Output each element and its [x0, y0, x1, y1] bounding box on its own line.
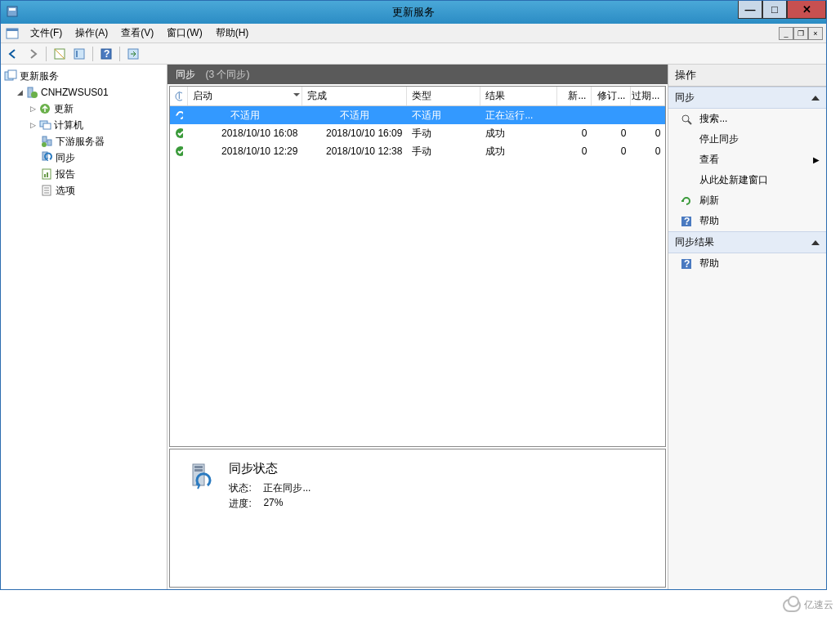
- action-search[interactable]: 搜索...: [668, 109, 826, 129]
- action-help-2[interactable]: ? 帮助: [668, 253, 826, 274]
- table-row[interactable]: 不适用 不适用 不适用 正在运行...: [170, 106, 665, 124]
- svg-text:?: ?: [684, 216, 690, 227]
- watermark: 亿速云: [783, 598, 833, 612]
- help-button[interactable]: ?: [97, 45, 115, 63]
- tree-node-label: 计算机: [54, 118, 83, 132]
- options-icon: [40, 184, 53, 197]
- svg-text:?: ?: [104, 48, 109, 60]
- center-header: 同步 (3 个同步): [168, 65, 668, 84]
- maximize-button[interactable]: □: [762, 1, 787, 19]
- action-refresh[interactable]: 刷新: [668, 190, 826, 211]
- center-count: (3 个同步): [205, 68, 249, 82]
- tree-root[interactable]: 更新服务: [2, 68, 165, 84]
- success-icon: [175, 127, 183, 139]
- reports-icon: [40, 168, 53, 181]
- tree-node-computers[interactable]: ▷ 计算机: [2, 117, 165, 133]
- col-revised[interactable]: 修订...: [592, 87, 631, 105]
- col-end[interactable]: 完成: [302, 87, 407, 105]
- sync-running-icon: [175, 110, 183, 121]
- svg-rect-3: [7, 29, 18, 31]
- tree-node-downstream[interactable]: 下游服务器: [2, 133, 165, 150]
- svg-text:?: ?: [684, 258, 690, 270]
- mdi-minimize-button[interactable]: _: [779, 27, 793, 40]
- progress-value: 27%: [263, 497, 283, 511]
- forward-button[interactable]: [24, 45, 42, 63]
- server-sync-icon: [185, 461, 217, 494]
- menu-help[interactable]: 帮助(H): [209, 24, 256, 42]
- col-start[interactable]: 启动: [188, 87, 302, 105]
- tree-node-updates[interactable]: ▷ 更新: [2, 101, 165, 117]
- tree-node-label: 下游服务器: [56, 135, 105, 149]
- window-controls: — □ ✕: [738, 1, 826, 19]
- toolbar-separator: [46, 47, 47, 61]
- menu-file[interactable]: 文件(F): [24, 24, 69, 42]
- tree-node-reports[interactable]: 报告: [2, 166, 165, 182]
- svg-rect-6: [76, 51, 78, 57]
- table-row[interactable]: 2018/10/10 16:08 2018/10/10 16:09 手动 成功 …: [170, 124, 665, 142]
- col-info[interactable]: i: [170, 87, 188, 105]
- menu-window[interactable]: 窗口(W): [160, 24, 208, 42]
- expander-icon[interactable]: ▷: [27, 119, 38, 131]
- grid-header: i 启动 完成 类型 结果 新... 修订... 过期...: [170, 87, 665, 106]
- search-icon: [680, 113, 693, 126]
- svg-rect-5: [74, 49, 84, 59]
- show-hide-tree-button[interactable]: [51, 45, 69, 63]
- svg-point-19: [42, 142, 47, 147]
- svg-rect-33: [194, 466, 203, 468]
- progress-label: 进度:: [229, 497, 263, 511]
- tree-node-label: 同步: [56, 151, 75, 165]
- svg-rect-34: [194, 469, 203, 472]
- expander-icon[interactable]: ◢: [14, 87, 25, 98]
- col-type[interactable]: 类型: [407, 87, 480, 105]
- svg-rect-11: [8, 70, 16, 78]
- svg-rect-16: [43, 123, 51, 129]
- svg-rect-23: [47, 172, 48, 177]
- menu-action[interactable]: 操作(A): [69, 24, 114, 42]
- actions-section-sync[interactable]: 同步: [668, 87, 826, 109]
- action-stop-sync[interactable]: 停止同步: [668, 129, 826, 150]
- svg-point-35: [682, 115, 689, 122]
- submenu-arrow-icon: ▶: [813, 155, 820, 164]
- action-new-window[interactable]: 从此处新建窗口: [668, 170, 826, 190]
- tree-node-sync[interactable]: 同步: [2, 150, 165, 166]
- close-button[interactable]: ✕: [787, 1, 826, 19]
- action-help[interactable]: ? 帮助: [668, 211, 826, 231]
- minimize-button[interactable]: —: [738, 1, 762, 19]
- col-new[interactable]: 新...: [557, 87, 592, 105]
- cloud-icon: [783, 599, 801, 612]
- svg-rect-1: [9, 8, 16, 11]
- info-icon: i: [175, 92, 182, 101]
- tree-server[interactable]: ◢ CNHZWSUS01: [2, 84, 165, 101]
- success-icon: [175, 145, 183, 157]
- help-icon: ?: [680, 215, 693, 228]
- blank-icon: [680, 133, 693, 146]
- main-area: 更新服务 ◢ CNHZWSUS01 ▷ 更新 ▷ 计算机 下游服务器: [1, 65, 826, 589]
- col-expired[interactable]: 过期...: [631, 87, 665, 105]
- tree-node-label: 更新: [54, 102, 74, 116]
- tree-node-options[interactable]: 选项: [2, 182, 165, 199]
- detail-pane: 同步状态 状态: 正在同步... 进度: 27%: [169, 449, 666, 588]
- actions-section-sync-result[interactable]: 同步结果: [668, 231, 826, 253]
- collapse-icon: [811, 240, 820, 245]
- mdi-close-button[interactable]: ×: [808, 27, 823, 40]
- expander-icon[interactable]: ▷: [27, 103, 38, 114]
- back-button[interactable]: [4, 45, 22, 63]
- menu-view[interactable]: 查看(V): [114, 24, 160, 42]
- app-window: 更新服务 — □ ✕ 文件(F) 操作(A) 查看(V) 窗口(W) 帮助(H)…: [0, 0, 827, 590]
- mdi-restore-button[interactable]: ❐: [793, 27, 808, 40]
- tree-pane: 更新服务 ◢ CNHZWSUS01 ▷ 更新 ▷ 计算机 下游服务器: [1, 65, 168, 589]
- computers-icon: [38, 118, 51, 132]
- detail-text: 同步状态 状态: 正在同步... 进度: 27%: [229, 461, 311, 575]
- blank-icon: [680, 154, 693, 167]
- properties-button[interactable]: [70, 45, 88, 63]
- center-pane: 同步 (3 个同步) i 启动 完成 类型 结果 新... 修订... 过期..…: [168, 65, 668, 589]
- action-view[interactable]: 查看 ▶: [668, 150, 826, 170]
- sync-toolbar-button[interactable]: [124, 45, 142, 63]
- col-result[interactable]: 结果: [480, 87, 557, 105]
- svg-line-36: [688, 121, 691, 124]
- blank-icon: [680, 174, 693, 187]
- tree-node-label: 选项: [56, 184, 75, 198]
- detail-title: 同步状态: [229, 461, 311, 476]
- center-title: 同步: [176, 68, 195, 82]
- table-row[interactable]: 2018/10/10 12:29 2018/10/10 12:38 手动 成功 …: [170, 142, 665, 160]
